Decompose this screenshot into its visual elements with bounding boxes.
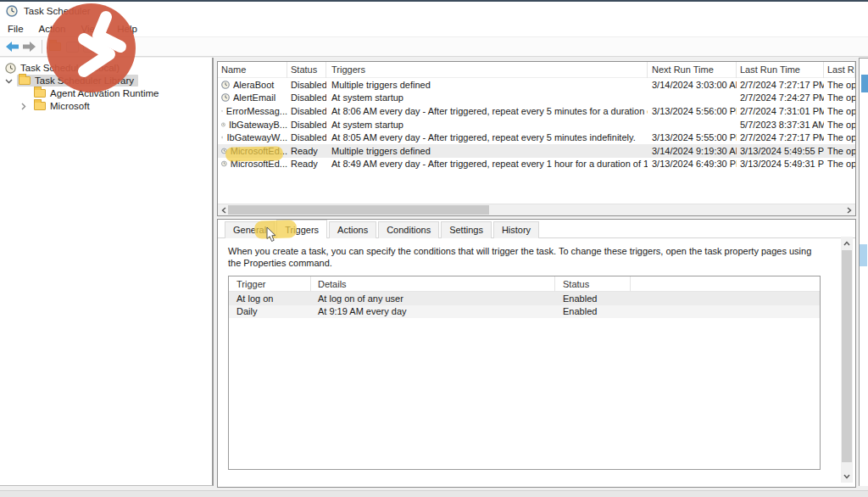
chevron-right-icon: [19, 103, 27, 110]
task-detail-panel: General Triggers Actions Conditions Sett…: [217, 219, 856, 488]
task-table-header: Name Status Triggers Next Run Time Last …: [218, 62, 855, 78]
column-header-last-run[interactable]: Last Run Time: [737, 62, 824, 78]
folder-icon: [34, 102, 46, 110]
task-name: IbGatewayW...: [226, 132, 287, 142]
scrollbar-thumb[interactable]: [842, 250, 852, 462]
triggers-description-text: When you create a task, you can specify …: [228, 245, 821, 269]
task-last-run: 3/13/2024 5:49:55 PM: [737, 146, 824, 156]
chevron-right-icon: [847, 207, 852, 214]
actions-pane-selected-item: [861, 75, 868, 92]
scroll-down-button[interactable]: [841, 470, 853, 483]
task-name: IbGatewayB...: [229, 120, 287, 130]
trigger-type: At log on: [229, 293, 311, 304]
table-row[interactable]: AleraBoot Disabled Multiple triggers def…: [218, 78, 855, 92]
task-triggers: At system startup: [326, 120, 648, 130]
tab-triggers[interactable]: Triggers: [276, 220, 327, 238]
column-header-name[interactable]: Name: [218, 62, 287, 78]
scroll-up-button[interactable]: [841, 237, 853, 249]
table-row[interactable]: ErrorMessag... Disabled At 8:06 AM every…: [218, 104, 855, 118]
column-header-triggers[interactable]: Triggers: [326, 62, 648, 78]
task-last-result: The ope: [824, 106, 855, 116]
task-next-run: 3/14/2024 3:03:00 AM: [648, 80, 737, 90]
task-last-run: 5/7/2023 8:37:31 AM: [737, 120, 824, 130]
screen-recorder-logo-overlay: [47, 3, 136, 92]
column-header-status[interactable]: Status: [287, 62, 326, 78]
task-status: Disabled: [287, 120, 326, 130]
column-header-status[interactable]: Status: [555, 276, 631, 292]
table-row[interactable]: IbGatewayB... Disabled At system startup…: [218, 118, 855, 131]
vertical-scrollbar[interactable]: [841, 237, 853, 483]
tab-settings[interactable]: Settings: [441, 221, 492, 238]
task-scheduler-window: Task Scheduler File Action View Help: [0, 0, 868, 497]
task-name: MicrosoftEd...: [231, 159, 287, 169]
trigger-type: Daily: [229, 306, 311, 316]
chevron-left-icon: [221, 207, 226, 214]
task-clock-icon: [221, 81, 230, 89]
task-last-run: 2/7/2024 7:27:17 PM: [737, 132, 824, 142]
forward-arrow-icon: [23, 42, 36, 52]
task-next-run: 3/13/2024 5:56:00 PM: [648, 106, 737, 116]
actions-pane-edge: [859, 58, 868, 486]
column-header-last-result[interactable]: Last Ru: [824, 62, 855, 78]
task-status: Disabled: [287, 106, 326, 116]
tab-history[interactable]: History: [493, 221, 539, 238]
task-last-result: The ope: [824, 159, 855, 169]
task-last-result: The ope: [824, 92, 855, 103]
task-status: Disabled: [287, 132, 326, 142]
table-row[interactable]: AlertEmail Disabled At system startup 2/…: [218, 92, 855, 105]
window-bottom-edge: [0, 490, 868, 497]
trigger-row[interactable]: Daily At 9:19 AM every day Enabled: [229, 305, 820, 319]
chevron-up-icon: [843, 241, 850, 246]
task-next-run: 3/14/2024 9:19:30 AM: [648, 146, 737, 156]
task-clock-icon: [221, 159, 227, 168]
column-header-trigger[interactable]: Trigger: [229, 276, 311, 292]
task-triggers: At system startup: [326, 92, 648, 103]
scrollbar-thumb[interactable]: [228, 205, 489, 215]
detail-tab-bar: General Triggers Actions Conditions Sett…: [218, 220, 855, 238]
tab-conditions[interactable]: Conditions: [378, 221, 439, 238]
trigger-table-header: Trigger Details Status: [229, 276, 820, 292]
back-button[interactable]: [3, 39, 20, 54]
scroll-right-button[interactable]: [843, 204, 855, 215]
menu-item-file[interactable]: File: [0, 22, 31, 36]
task-triggers: At 8:05 AM every day - After triggered, …: [326, 132, 648, 142]
task-clock-icon: [221, 107, 223, 115]
chevron-down-icon: [5, 77, 13, 85]
toolbar-divider: [42, 40, 42, 53]
column-header-next-run[interactable]: Next Run Time: [648, 62, 737, 78]
task-triggers: Multiple triggers defined: [326, 146, 648, 156]
task-clock-icon: [221, 93, 230, 102]
task-scheduler-local-icon: [5, 63, 16, 74]
task-last-run: 2/7/2024 7:24:27 PM: [737, 92, 824, 103]
column-header-details[interactable]: Details: [311, 276, 555, 292]
task-name: ErrorMessag...: [226, 106, 287, 116]
forward-button[interactable]: [20, 39, 37, 54]
table-row[interactable]: MicrosoftEd... Ready At 8:49 AM every da…: [218, 158, 855, 171]
horizontal-scrollbar[interactable]: [218, 204, 855, 215]
chevron-down-icon: [843, 474, 850, 479]
tree-item-label: Microsoft: [50, 101, 90, 111]
trigger-status: Enabled: [555, 293, 631, 304]
tree-item-microsoft[interactable]: Microsoft: [19, 99, 90, 113]
tab-actions[interactable]: Actions: [329, 221, 376, 238]
task-last-run: 2/7/2024 7:31:01 PM: [737, 106, 824, 116]
task-status: Ready: [287, 146, 326, 156]
table-row-selected[interactable]: MicrosoftEd... Ready Multiple triggers d…: [218, 144, 855, 158]
task-name: MicrosoftEd...: [231, 146, 287, 156]
table-row[interactable]: IbGatewayW... Disabled At 8:05 AM every …: [218, 131, 855, 144]
task-triggers: Multiple triggers defined: [326, 80, 648, 90]
task-list-panel: Name Status Triggers Next Run Time Last …: [217, 61, 856, 216]
folder-icon: [34, 89, 46, 98]
back-arrow-icon: [6, 42, 19, 52]
trigger-row[interactable]: At log on At log on of any user Enabled: [229, 292, 820, 305]
trigger-details: At log on of any user: [311, 293, 555, 304]
task-last-result: The ope: [824, 120, 855, 130]
task-status: Ready: [287, 159, 326, 169]
task-last-run: 3/13/2024 5:49:31 PM: [737, 159, 824, 169]
task-scheduler-app-icon: [6, 5, 18, 17]
task-name: AleraBoot: [233, 80, 274, 90]
tab-general[interactable]: General: [225, 221, 275, 238]
task-last-result: The ope: [824, 146, 855, 156]
actions-pane-item: [860, 244, 867, 266]
task-last-result: The ope: [824, 132, 855, 142]
